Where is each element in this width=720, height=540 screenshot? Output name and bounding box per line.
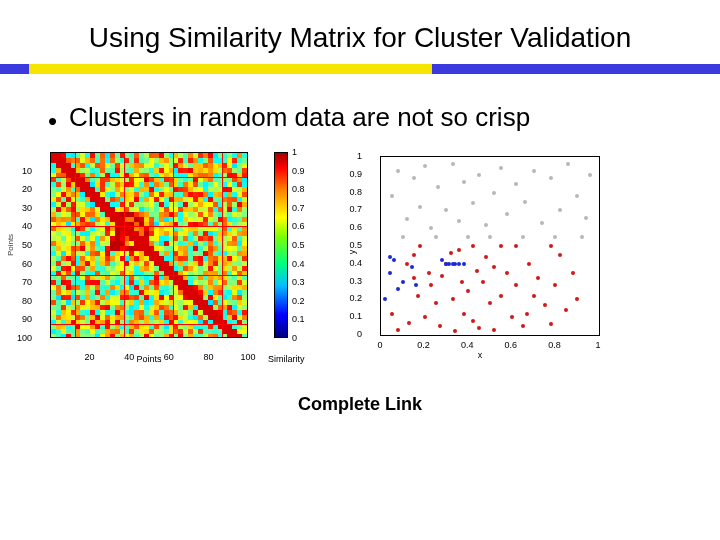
scatter-y-label: y	[347, 250, 357, 255]
heatmap-figure: 102030405060708090100 20406080100 Points…	[50, 152, 288, 338]
heatmap-x-label: Points	[136, 354, 161, 364]
colorbar-label: Similarity	[268, 354, 305, 364]
bullet-item: • Clusters in random data are not so cri…	[48, 102, 680, 134]
figures-row: 102030405060708090100 20406080100 Points…	[0, 144, 720, 352]
heatmap-plot-area	[50, 152, 248, 338]
colorbar: 00.10.20.30.40.50.60.70.80.91 Similarity	[274, 152, 288, 338]
scatter-figure: 00.10.20.30.40.50.60.70.80.91 00.20.40.6…	[354, 152, 606, 352]
figure-caption: Complete Link	[0, 352, 720, 415]
scatter-x-label: x	[478, 350, 483, 360]
slide-title: Using Similarity Matrix for Cluster Vali…	[0, 0, 720, 64]
bullet-dot-icon: •	[48, 108, 57, 134]
bullet-list: • Clusters in random data are not so cri…	[0, 74, 720, 144]
colorbar-gradient	[274, 152, 288, 338]
heatmap-y-label: Points	[6, 234, 15, 256]
divider-band	[0, 64, 720, 74]
scatter-plot-area	[380, 156, 600, 336]
bullet-text: Clusters in random data are not so crisp	[69, 102, 530, 133]
